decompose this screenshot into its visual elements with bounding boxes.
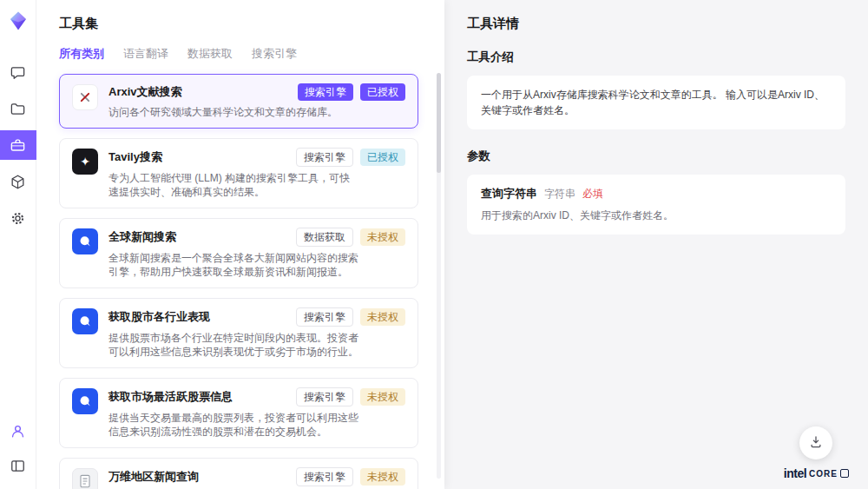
tool-card[interactable]: ✦ Tavily搜索 搜索引擎 已授权 专为人工智能代理 (LLM) 构建的搜索… [59,138,418,208]
auth-badge: 未授权 [360,228,405,246]
page-title: 工具集 [59,16,418,32]
param-required-badge: 必填 [582,187,603,202]
tool-title: Arxiv文献搜索 [108,84,291,100]
tool-card[interactable]: 全球新闻搜索 数据获取 未授权 全球新闻搜索是一个聚合全球各大新闻网站内容的搜索… [59,218,418,288]
tool-card[interactable]: Arxiv文献搜索 搜索引擎 已授权 访问各个研究领域大量科学论文和文章的存储库… [59,74,418,129]
sidebar-bottom [0,416,36,480]
briefcase-icon [10,137,26,154]
param-card: 查询字符串 字符串 必填 用于搜索的Arxiv ID、关键字或作者姓名。 [467,175,845,235]
floating-actions: intel CORE [784,426,849,480]
category-badge: 搜索引擎 [296,307,353,327]
tool-intro-text: 一个用于从Arxiv存储库搜索科学论文和文章的工具。 输入可以是Arxiv ID… [467,76,845,129]
scrollbar-thumb[interactable] [437,73,441,173]
tool-description: 全球新闻搜索是一个聚合全球各大新闻网站内容的搜索引擎，帮助用户快速获取全球最新资… [108,251,358,279]
tool-card-list: Arxiv文献搜索 搜索引擎 已授权 访问各个研究领域大量科学论文和文章的存储库… [59,74,418,489]
tab-language-translation[interactable]: 语言翻译 [123,46,168,62]
tool-title: 获取市场最活跃股票信息 [108,389,289,405]
tavily-logo-icon: ✦ [72,149,98,175]
tool-title: 全球新闻搜索 [108,229,289,245]
category-badge: 搜索引擎 [296,387,353,406]
tool-description: 提供当天交易量最高的股票列表，投资者可以利用这些信息来识别流动性强的股票和潜在的… [108,411,358,439]
intro-section-title: 工具介绍 [467,50,845,65]
folder-icon [10,101,26,117]
sparkle-glyph: ✦ [80,155,90,169]
stock-logo-icon [72,308,98,334]
category-badge: 搜索引擎 [298,83,353,101]
tab-search-engine[interactable]: 搜索引擎 [252,46,297,62]
sidebar-item-tools[interactable] [0,130,36,160]
news-logo-icon [72,228,98,254]
core-wordmark: CORE [809,469,838,479]
arxiv-logo-icon [72,84,98,110]
sidebar-nav [0,57,36,233]
intel-wordmark: intel [784,466,806,480]
download-button[interactable] [799,426,832,459]
app-logo-icon[interactable] [8,10,29,31]
tool-description: 提供股票市场各个行业在特定时间段内的表现。投资者可以利用这些信息来识别表现优于或… [108,331,358,359]
chat-icon [10,64,26,81]
scrollbar-track [437,73,441,479]
tab-all-categories[interactable]: 所有类别 [59,46,104,62]
tool-description: 专为人工智能代理 (LLM) 构建的搜索引擎工具，可快速提供实时、准确和真实的结… [108,171,358,199]
param-description: 用于搜索的Arxiv ID、关键字或作者姓名。 [481,208,832,223]
intel-core-logo: intel CORE [784,466,849,480]
gear-icon [10,210,26,227]
doc-logo-icon [72,468,98,489]
tool-detail-panel: 工具详情 工具介绍 一个用于从Arxiv存储库搜索科学论文和文章的工具。 输入可… [444,0,868,489]
download-icon [808,434,824,453]
sidebar [0,0,36,489]
tool-list-panel: 工具集 所有类别 语言翻译 数据获取 搜索引擎 Arxiv文献搜索 搜索引擎 已… [36,0,444,489]
param-name: 查询字符串 [481,186,537,202]
stock-logo-icon [72,388,98,414]
sidebar-item-files[interactable] [0,94,36,123]
category-badge: 数据获取 [296,228,353,247]
sidebar-item-user[interactable] [0,416,36,446]
panel-layout-icon [10,458,26,474]
param-type: 字符串 [544,187,575,202]
tool-title: 获取股市各行业表现 [108,309,289,325]
tab-data-acquisition[interactable]: 数据获取 [187,46,233,62]
tool-title: 万维地区新闻查询 [108,469,289,485]
tool-card[interactable]: 获取市场最活跃股票信息 搜索引擎 未授权 提供当天交易量最高的股票列表，投资者可… [59,378,418,448]
user-icon [10,423,26,439]
sidebar-item-chat[interactable] [0,57,36,87]
intel-chip-badge [840,469,849,478]
auth-badge: 已授权 [360,83,405,101]
auth-badge: 已授权 [360,149,405,166]
cube-icon [10,174,26,190]
auth-badge: 未授权 [360,388,405,406]
category-tabs: 所有类别 语言翻译 数据获取 搜索引擎 [59,46,418,62]
auth-badge: 未授权 [360,468,405,486]
sidebar-item-collapse[interactable] [0,451,36,480]
sidebar-item-plugins[interactable] [0,167,36,196]
sidebar-item-settings[interactable] [0,203,36,233]
tool-card[interactable]: 获取股市各行业表现 搜索引擎 未授权 提供股票市场各个行业在特定时间段内的表现。… [59,298,418,368]
category-badge: 搜索引擎 [296,148,353,167]
tool-title: Tavily搜索 [108,149,289,165]
params-section-title: 参数 [467,149,845,164]
detail-title: 工具详情 [467,16,845,32]
tool-card[interactable]: 万维地区新闻查询 搜索引擎 未授权 查询具体行政区划内的新闻，快速了解各地新闻动 [59,458,418,489]
auth-badge: 未授权 [360,308,405,326]
category-badge: 搜索引擎 [296,467,353,486]
tool-description: 访问各个研究领域大量科学论文和文章的存储库。 [108,105,358,119]
